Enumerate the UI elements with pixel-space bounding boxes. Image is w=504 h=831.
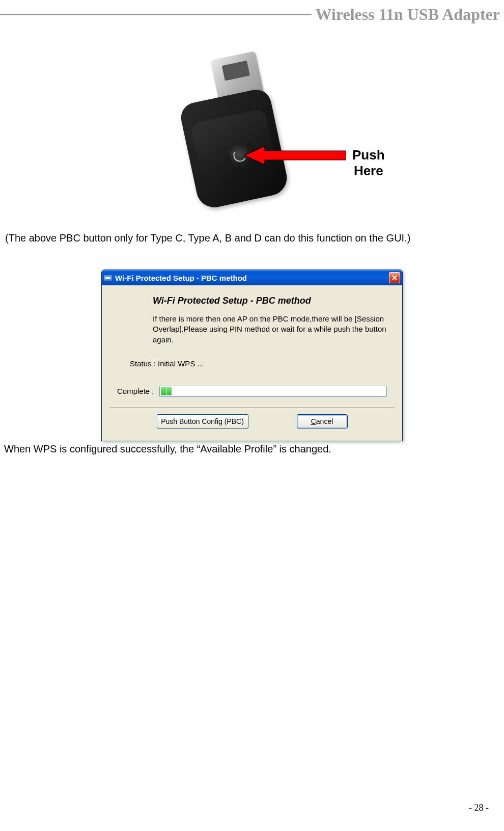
- dialog-title: Wi-Fi Protected Setup - PBC method: [115, 274, 389, 282]
- header-rule: [0, 14, 312, 15]
- page-number: - 28 -: [469, 802, 489, 813]
- complete-row: Complete :: [117, 386, 387, 397]
- red-arrow-icon: [244, 146, 346, 165]
- page-header: Wireless 11n USB Adapter: [0, 0, 504, 24]
- dialog-app-icon: [104, 274, 112, 282]
- status-row: Status : Initial WPS ...: [117, 359, 387, 368]
- push-here-label: Push Here: [352, 147, 385, 179]
- result-text: When WPS is configured successfully, the…: [4, 443, 499, 455]
- cancel-button[interactable]: Cancel: [297, 414, 348, 428]
- progress-segment: [166, 387, 172, 395]
- figure-caption: (The above PBC button only for Type C, T…: [5, 232, 499, 244]
- header-title: Wireless 11n USB Adapter: [316, 5, 504, 24]
- dialog-description: If there is more then one AP on the PBC …: [117, 314, 387, 345]
- usb-adapter-figure: Push Here: [0, 55, 504, 209]
- dialog-button-row: Push Button Config (PBC) Cancel: [117, 414, 387, 436]
- wps-pbc-dialog: Wi-Fi Protected Setup - PBC method Wi-Fi…: [101, 270, 403, 441]
- progress-bar: [159, 386, 387, 397]
- svg-marker-0: [244, 146, 346, 165]
- complete-label: Complete :: [117, 387, 154, 395]
- svg-rect-2: [105, 277, 110, 279]
- pbc-button[interactable]: Push Button Config (PBC): [157, 414, 248, 428]
- status-value: Initial WPS ...: [158, 359, 204, 368]
- progress-segment: [161, 387, 166, 395]
- dialog-separator: [109, 407, 395, 408]
- status-label: Status :: [130, 359, 156, 368]
- close-icon: [392, 275, 397, 280]
- close-button[interactable]: [389, 272, 400, 283]
- dialog-titlebar: Wi-Fi Protected Setup - PBC method: [102, 270, 402, 285]
- dialog-heading: Wi-Fi Protected Setup - PBC method: [117, 296, 387, 306]
